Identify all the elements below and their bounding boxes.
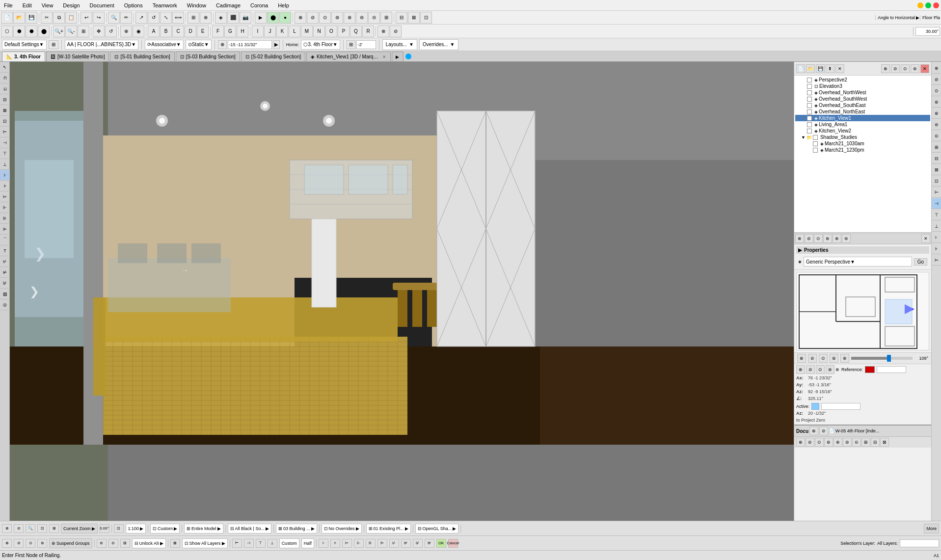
close-btn[interactable] bbox=[933, 2, 939, 8]
tb2-3[interactable]: ⬣ bbox=[26, 26, 37, 37]
tb-paste[interactable]: 📋 bbox=[65, 12, 77, 24]
menu-corona[interactable]: Corona bbox=[248, 1, 270, 9]
tb-teamwork8[interactable]: ⊞ bbox=[380, 12, 392, 24]
tb-camera[interactable]: 📷 bbox=[240, 12, 251, 24]
sb1-5[interactable]: ⊞ bbox=[49, 524, 59, 533]
nav-arrow-left[interactable]: ❯ bbox=[29, 285, 39, 298]
tb-redo[interactable]: ↪ bbox=[93, 12, 105, 24]
tb-extra2[interactable]: ⊠ bbox=[408, 12, 420, 24]
tb-teamwork4[interactable]: ⊚ bbox=[331, 12, 343, 24]
tab-kitchen-close[interactable]: ✕ bbox=[382, 54, 386, 59]
nav-overhead-se[interactable]: ◈ Overhead_SouthEast bbox=[795, 102, 930, 108]
doc-icon2[interactable]: ⊘ bbox=[819, 427, 828, 435]
rpb-1[interactable]: ⊗ bbox=[796, 438, 805, 447]
rpb-3[interactable]: ⊙ bbox=[815, 438, 824, 447]
sb2-ok[interactable]: OK bbox=[436, 539, 446, 548]
menu-edit[interactable]: Edit bbox=[21, 1, 34, 9]
sb2-14[interactable]: ⊧ bbox=[330, 539, 340, 548]
coord-input[interactable] bbox=[228, 40, 272, 49]
nav-overhead-nw[interactable]: ◈ Overhead_NorthWest bbox=[795, 89, 930, 96]
sb2-show-all-layers[interactable]: ⊡ Show All Layers ▶ bbox=[182, 538, 228, 548]
rsb-3[interactable]: ⊙ bbox=[932, 85, 941, 96]
rsb-14[interactable]: ⊤ bbox=[932, 210, 941, 220]
cp-icon3[interactable]: ⊙ bbox=[816, 365, 825, 374]
sb2-12[interactable]: ⊥ bbox=[268, 539, 277, 548]
sb2-13[interactable]: ⊦ bbox=[319, 539, 328, 548]
rsb-7[interactable]: ⊝ bbox=[932, 131, 941, 141]
lsp-camera[interactable]: ◎ bbox=[0, 299, 10, 310]
tb2-4[interactable]: ⬤ bbox=[38, 26, 50, 37]
tb2-g[interactable]: G bbox=[224, 26, 236, 37]
sb2-4[interactable]: ⊚ bbox=[37, 539, 47, 548]
nav-overhead-ne[interactable]: ◈ Overhead_NorthEast bbox=[795, 108, 930, 115]
sb1-more[interactable]: More bbox=[924, 524, 939, 533]
tb2-1[interactable]: ⬡ bbox=[1, 26, 13, 37]
lsp-label[interactable]: ⊬ bbox=[0, 256, 10, 267]
lsp-roof[interactable]: ⊠ bbox=[0, 105, 10, 116]
tb-teamwork1[interactable]: ⊗ bbox=[295, 12, 306, 24]
lsp-arc[interactable]: ⌒ bbox=[0, 235, 10, 245]
cp-icon1[interactable]: ⊗ bbox=[796, 365, 805, 374]
lsp-column[interactable]: ⊔ bbox=[0, 83, 10, 94]
tb2-j[interactable]: J bbox=[264, 26, 276, 37]
menu-window[interactable]: Window bbox=[185, 1, 208, 9]
rp-icon-settings1[interactable]: ⊗ bbox=[881, 64, 890, 73]
rsb-9[interactable]: ⊟ bbox=[932, 153, 941, 164]
rsb-1[interactable]: ⊗ bbox=[932, 63, 941, 74]
menu-options[interactable]: Options bbox=[122, 1, 145, 9]
sb2-6[interactable]: ⊝ bbox=[108, 539, 118, 548]
lsp-wall[interactable]: ⊓ bbox=[0, 73, 10, 83]
tb2-o[interactable]: O bbox=[325, 26, 337, 37]
cam-icon2[interactable]: ⊘ bbox=[808, 354, 817, 363]
tb2-f[interactable]: F bbox=[212, 26, 224, 37]
sb2-8[interactable]: ⊠ bbox=[170, 539, 180, 548]
sb2-17[interactable]: ⊪ bbox=[366, 539, 376, 548]
coord-icon[interactable]: ⊕ bbox=[218, 40, 227, 49]
sb2-20[interactable]: ⊭ bbox=[401, 539, 411, 548]
layouts-btn[interactable]: Layouts... ▼ bbox=[382, 39, 417, 50]
sb2-2[interactable]: ⊘ bbox=[14, 539, 24, 548]
sb2-21[interactable]: ⊮ bbox=[413, 539, 423, 548]
tb2-h[interactable]: H bbox=[237, 26, 248, 37]
lsp-morph[interactable]: ⊥ bbox=[0, 159, 10, 170]
sb1-fit[interactable]: ⊡ bbox=[37, 524, 47, 533]
sb2-7[interactable]: ⊞ bbox=[120, 539, 130, 548]
tb2-pan[interactable]: ✥ bbox=[93, 26, 105, 37]
rp-icon-close[interactable]: ✕ bbox=[835, 64, 844, 73]
color-ref-input[interactable] bbox=[877, 366, 906, 373]
lsp-mesh[interactable]: ⊪ bbox=[0, 213, 10, 224]
lsp-select[interactable]: ↖ bbox=[0, 62, 10, 73]
tb-render[interactable]: ⬛ bbox=[227, 12, 239, 24]
cam-icon5[interactable]: ⊛ bbox=[840, 354, 849, 363]
tab-s03[interactable]: ⊡ [S-03 Building Section] bbox=[176, 52, 240, 61]
sb1-custom[interactable]: ⊡ Custom ▶ bbox=[150, 524, 180, 533]
camera-slider-thumb[interactable] bbox=[887, 355, 891, 362]
tb2-zoom-in[interactable]: 🔍+ bbox=[53, 26, 65, 37]
sb1-building[interactable]: ⊠ 03 Building ... ▶ bbox=[276, 524, 317, 533]
menu-design[interactable]: Design bbox=[61, 1, 81, 9]
settings-icon-btn[interactable]: ⊞ bbox=[49, 40, 58, 49]
nav-perspective2[interactable]: ◈ Perspective2 bbox=[795, 77, 930, 83]
generic-perspective-dropdown[interactable]: Generic Perspective ▼ bbox=[804, 257, 912, 267]
sb2-3[interactable]: ⊙ bbox=[26, 539, 35, 548]
sb2-1[interactable]: ⊗ bbox=[2, 539, 12, 548]
elev-icon[interactable]: ⊞ bbox=[347, 40, 355, 49]
ps-icon1[interactable]: ⊗ bbox=[795, 234, 804, 243]
rsb-10[interactable]: ⊠ bbox=[932, 164, 941, 175]
tb-teamwork6[interactable]: ⊜ bbox=[356, 12, 368, 24]
lsp-line[interactable]: ⊫ bbox=[0, 224, 10, 235]
associative-dropdown[interactable]: ⟳ Associative ▼ bbox=[145, 40, 183, 50]
menu-document[interactable]: Document bbox=[88, 1, 116, 9]
sb2-cancel[interactable]: Cancel bbox=[448, 539, 458, 548]
sb2-10[interactable]: ⊣ bbox=[244, 539, 254, 548]
sb2-custom[interactable]: Custom bbox=[279, 538, 299, 548]
rpb-5[interactable]: ⊛ bbox=[833, 438, 842, 447]
menu-file[interactable]: File bbox=[2, 1, 15, 9]
lsp-window[interactable]: ⊢ bbox=[0, 127, 10, 137]
nav-elevation3[interactable]: ⊡ Elevation3 bbox=[795, 83, 930, 89]
sb1-1[interactable]: ⊗ bbox=[2, 524, 12, 533]
doc-icon1[interactable]: ⊗ bbox=[809, 427, 818, 435]
floor-dropdown[interactable]: A A | FLOOR |...ABINETS}.3D ▼ bbox=[65, 40, 139, 50]
tb2-m[interactable]: M bbox=[301, 26, 313, 37]
rsb-5[interactable]: ⊛ bbox=[932, 108, 941, 119]
